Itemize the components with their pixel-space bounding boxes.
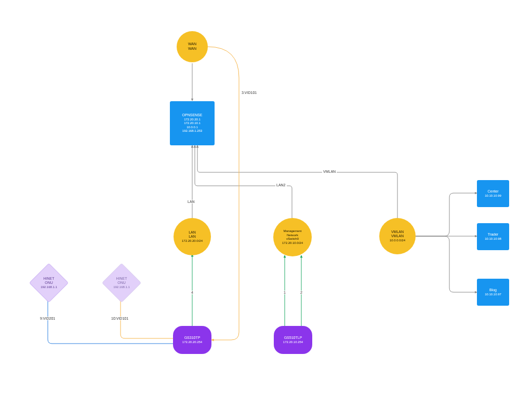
node-blog-ip: 10.10.10.97 (485, 293, 501, 297)
node-hinet-left-line2: ONU (31, 281, 67, 285)
node-lan-cidr: 172.20.20.0/24 (182, 239, 203, 243)
node-vmlan: VMLAN VMLAN 10.0.0.0/24 (379, 218, 416, 254)
node-opnsense-ip1: 172.20.10.1 (184, 121, 201, 126)
node-mgmt: Management Network vSwitch0 172.20.10.0/… (273, 218, 312, 256)
node-blog: Blog 10.10.10.97 (477, 279, 509, 306)
edge-label-2: 2 (299, 291, 303, 294)
node-vmlan-cidr: 10.0.0.0/24 (390, 239, 405, 243)
node-vmlan-line2: VMLAN (391, 234, 404, 239)
node-wan-line2: WAN (188, 47, 196, 51)
node-gs310tp-ip: 172.20.20.254 (182, 340, 202, 345)
node-gs310tp-name: GS310TP (184, 336, 201, 340)
edge-label-4: 4 (190, 291, 194, 294)
node-lan-line2: LAN (189, 235, 196, 239)
node-hinet-right-line1: HINET (103, 277, 140, 281)
node-gs310tp: GS310TP 172.20.20.254 (173, 326, 211, 354)
edge-label-vid101b: 10:VID101 (110, 317, 129, 320)
node-gs510tlp-name: GS510TLP (284, 336, 302, 340)
node-wan: WAN WAN (177, 31, 208, 62)
node-blog-name: Blog (489, 288, 497, 293)
edge-label-vid201: 9:VID201 (39, 317, 56, 320)
node-wan-line1: WAN (188, 42, 196, 47)
edge-label-lan: LAN (187, 200, 196, 203)
node-mgmt-line2: Network (287, 234, 298, 238)
edge-opnsense-to-mgmt (195, 145, 292, 218)
edge-vmlan-to-center (416, 193, 477, 236)
node-center-ip: 10.10.10.99 (485, 194, 501, 198)
node-vmlan-line1: VMLAN (391, 230, 404, 235)
node-opnsense: OPNSENSE 172.20.20.1 172.20.10.1 10.0.0.… (170, 101, 215, 145)
node-mgmt-line1: Management (283, 229, 301, 234)
node-hinet-right-ip: 192.168.1.1 (103, 285, 140, 289)
node-trader-name: Trader (488, 233, 498, 237)
node-lan-line1: LAN (189, 230, 196, 235)
node-opnsense-title: OPNSENSE (182, 113, 203, 118)
node-opnsense-ip0: 172.20.20.1 (184, 118, 201, 122)
node-hinet-left: HINET ONU 192.168.1.1 (29, 263, 69, 303)
node-hinet-right-line2: ONU (103, 281, 140, 285)
edge-gs310tp-to-hinet-left (48, 298, 173, 344)
node-opnsense-ip3: 192.168.1.253 (182, 129, 202, 133)
node-center-name: Center (487, 189, 498, 194)
node-mgmt-line3: vSwitch0 (286, 237, 299, 241)
node-hinet-left-ip: 192.168.1.1 (31, 285, 67, 289)
node-hinet-right: HINET ONU 192.168.1.1 (102, 263, 141, 303)
node-gs510tlp-ip: 172.20.10.254 (283, 340, 303, 345)
diagram-edges (0, 0, 532, 396)
node-trader: Trader 10.10.10.98 (477, 223, 509, 250)
node-center: Center 10.10.10.99 (477, 180, 509, 207)
node-trader-ip: 10.10.10.98 (485, 237, 501, 241)
edge-opnsense-to-vmlan (197, 145, 397, 218)
node-hinet-left-line1: HINET (31, 277, 67, 281)
edge-label-vmlan: VMLAN (322, 170, 337, 173)
node-gs510tlp: GS510TLP 172.20.10.254 (274, 326, 312, 354)
edge-label-lan2: LAN2 (275, 183, 287, 187)
edge-wan-to-gs310tp (208, 47, 239, 340)
edge-label-1: 1 (283, 291, 287, 294)
node-mgmt-cidr: 172.20.10.0/24 (282, 241, 303, 245)
edge-label-vid101: 3:VID101 (241, 91, 258, 94)
edge-vmlan-to-blog (416, 236, 477, 292)
node-lan: LAN LAN 172.20.20.0/24 (174, 218, 211, 255)
node-opnsense-ip2: 10.0.0.1 (187, 126, 198, 130)
